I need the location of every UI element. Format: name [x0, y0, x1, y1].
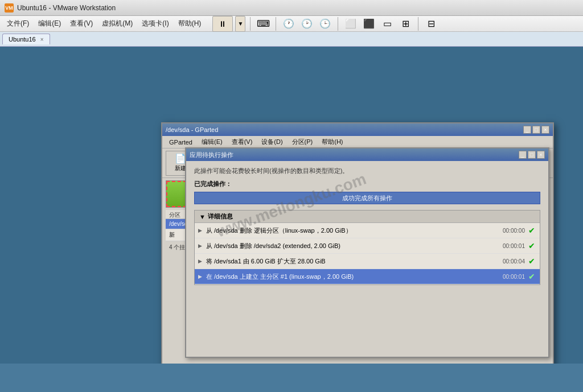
progress-maximize[interactable]: □ [528, 151, 536, 159]
op-4-check: ✔ [528, 272, 535, 281]
op-row-2[interactable]: ▶ 从 /dev/sda 删除 /dev/sda2 (extended, 2.0… [195, 238, 540, 254]
vm-content-area: /dev/sda - GParted _ □ × GParted 编辑(E) 查… [0, 47, 583, 364]
menu-view[interactable]: 查看(V) [65, 16, 97, 31]
op-4-time: 00:00:01 [503, 274, 525, 280]
completed-label: 已完成操作： [194, 180, 540, 188]
pause-dropdown[interactable]: ▼ [235, 16, 245, 32]
op-4-text: 在 /dev/sda 上建立 主分区 #1 (linux-swap，2.00 G… [206, 273, 498, 281]
progress-dialog-title: 应用待执行操作 [190, 151, 233, 159]
op-1-check: ✔ [528, 226, 535, 235]
vmware-title: Ubuntu16 - VMware Workstation [17, 4, 116, 12]
op-1-time: 00:00:00 [503, 228, 525, 234]
vmware-logo-text: VM [5, 5, 13, 11]
gparted-title: /dev/sda - GParted [166, 126, 218, 133]
tab-bar: Ubuntu16 × [0, 32, 583, 47]
gparted-title-buttons: _ □ × [523, 126, 549, 134]
ubuntu16-tab[interactable]: Ubuntu16 × [2, 34, 50, 44]
vmware-titlebar: VM Ubuntu16 - VMware Workstation [0, 0, 583, 16]
op-2-arrow: ▶ [198, 243, 202, 249]
progress-title-buttons: _ □ × [519, 151, 545, 159]
view-full[interactable]: ⬜ [343, 16, 359, 32]
toolbar-separator-3 [338, 17, 338, 31]
gparted-menu-gparted[interactable]: GParted [165, 138, 197, 147]
vmware-menubar: 文件(F) 编辑(E) 查看(V) 虚拟机(M) 选项卡(I) 帮助(H) ⏸ … [0, 16, 583, 32]
toolbar-separator-1 [250, 17, 251, 31]
op-2-text: 从 /dev/sda 删除 /dev/sda2 (extended, 2.00 … [206, 242, 498, 250]
send-ctrl-alt-del[interactable]: ⌨ [255, 16, 271, 32]
menu-edit[interactable]: 编辑(E) [34, 16, 65, 31]
op-3-text: 将 /dev/sda1 由 6.00 GiB 扩大至 28.00 GiB [206, 257, 498, 266]
op-1-text: 从 /dev/sda 删除 逻辑分区（linux-swap，2.00 GiB） [206, 226, 498, 235]
menu-help[interactable]: 帮助(H) [174, 16, 206, 31]
gparted-maximize[interactable]: □ [532, 126, 540, 134]
view-extend[interactable]: ⊞ [397, 16, 413, 32]
new-icon: 📄 [175, 154, 186, 163]
gparted-menu-help[interactable]: 帮助(H) [317, 137, 347, 147]
op-row-3[interactable]: ▶ 将 /dev/sda1 由 6.00 GiB 扩大至 28.00 GiB 0… [195, 254, 540, 269]
gparted-window: /dev/sda - GParted _ □ × GParted 编辑(E) 查… [161, 122, 554, 364]
menu-file[interactable]: 文件(F) [2, 16, 34, 31]
pause-button[interactable]: ⏸ [212, 16, 233, 32]
view-split[interactable]: ▭ [379, 16, 395, 32]
progress-hint: 此操作可能会花费较长时间(视操作的数目和类型而定)。 [194, 167, 540, 175]
op-1-arrow: ▶ [198, 228, 202, 233]
gparted-close[interactable]: × [541, 126, 549, 134]
op-4-arrow: ▶ [198, 274, 202, 279]
gparted-menu-device[interactable]: 设备(D) [257, 137, 287, 147]
gparted-menu-view[interactable]: 查看(V) [227, 137, 257, 147]
settings[interactable]: ⊟ [423, 16, 439, 32]
detail-header[interactable]: ▼ 详细信息 [195, 211, 540, 223]
success-text: 成功完成所有操作 [342, 194, 392, 203]
detail-section: ▼ 详细信息 ▶ 从 /dev/sda 删除 逻辑分区（linux-swap，2… [194, 210, 540, 285]
op-2-time: 00:00:01 [503, 243, 525, 249]
progress-close[interactable]: × [537, 151, 545, 159]
toolbar-separator-2 [276, 17, 276, 31]
op-2-check: ✔ [528, 241, 535, 250]
progress-dialog-titlebar: 应用待执行操作 _ □ × [186, 148, 548, 161]
op-3-arrow: ▶ [198, 258, 202, 264]
vmware-logo: VM [5, 3, 14, 13]
new-label: 新建 [175, 164, 186, 172]
menu-vm[interactable]: 虚拟机(M) [97, 16, 137, 31]
op-row-1[interactable]: ▶ 从 /dev/sda 删除 逻辑分区（linux-swap，2.00 GiB… [195, 223, 540, 238]
snapshot-2[interactable]: 🕑 [299, 16, 315, 32]
gparted-menubar: GParted 编辑(E) 查看(V) 设备(D) 分区(P) 帮助(H) [162, 136, 553, 148]
view-unity[interactable]: ⬛ [361, 16, 377, 32]
gparted-menu-partition[interactable]: 分区(P) [288, 137, 318, 147]
tab-label: Ubuntu16 [9, 36, 36, 43]
progress-minimize[interactable]: _ [519, 151, 527, 159]
op-3-check: ✔ [528, 257, 535, 266]
progress-content: 此操作可能会花费较长时间(视操作的数目和类型而定)。 已完成操作： 成功完成所有… [186, 161, 548, 291]
op-3-time: 00:00:04 [503, 258, 525, 265]
detail-header-text: 详细信息 [208, 212, 233, 221]
gparted-menu-edit[interactable]: 编辑(E) [197, 137, 227, 147]
progress-dialog: 应用待执行操作 _ □ × 此操作可能会花费较长时间(视操作的数目和类型而定)。… [185, 147, 549, 358]
snapshot-3[interactable]: 🕒 [317, 16, 333, 32]
toolbar-separator-4 [418, 17, 418, 31]
tab-close[interactable]: × [40, 36, 44, 43]
op-row-4[interactable]: ▶ 在 /dev/sda 上建立 主分区 #1 (linux-swap，2.00… [195, 269, 540, 284]
gparted-titlebar: /dev/sda - GParted _ □ × [162, 123, 553, 136]
success-bar: 成功完成所有操作 [194, 192, 540, 204]
menu-tabs[interactable]: 选项卡(I) [137, 16, 173, 31]
snapshot-1[interactable]: 🕐 [281, 16, 297, 32]
detail-toggle-icon: ▼ [199, 213, 206, 220]
gparted-minimize[interactable]: _ [523, 126, 531, 134]
